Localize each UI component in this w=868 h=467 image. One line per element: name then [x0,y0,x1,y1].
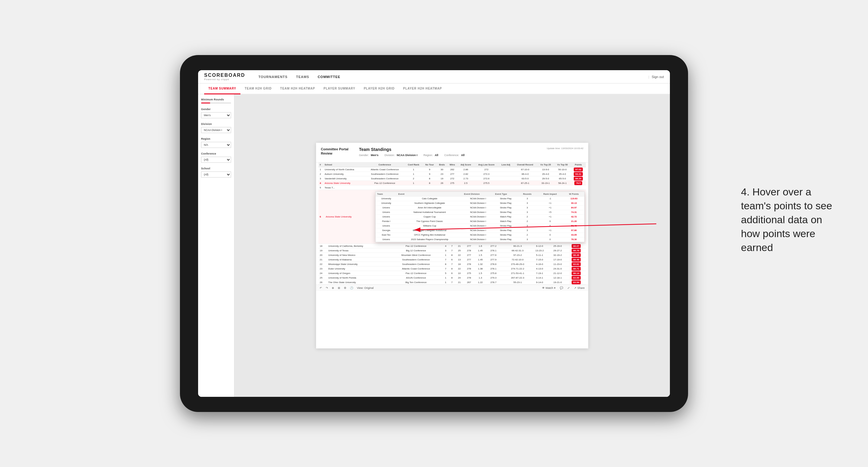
col-bnds: Bnds [437,162,447,167]
nav-right: | Sign out [648,75,664,79]
filter-conference: Conference (All) [201,152,231,163]
nav-committee[interactable]: COMMITTEE [313,70,344,84]
table-row[interactable]: 26 The Ohio State University Big Ten Con… [318,280,586,285]
division-filter-display: Division: NCAA Division I [384,154,417,157]
view-original-label: View: Original [357,286,373,289]
lower-table-body: 18 University of California, Berkeley Pa… [318,244,586,285]
portal-title-box: Committee Portal Review [321,147,354,159]
comment-button[interactable]: 💬 [560,286,563,289]
watch-button[interactable]: 👁 Watch ▾ [542,286,556,289]
filter-gender-label: Gender [201,108,231,111]
table-row[interactable]: 20 University of New Mexico Mountain Wes… [318,253,586,257]
col-overall: Overall Record [513,162,537,167]
col-school: School [323,162,365,167]
tab-player-summary[interactable]: PLAYER SUMMARY [319,84,360,94]
filter-gender-select[interactable]: Men's [201,112,231,118]
tab-team-h2h-heatmap[interactable]: TEAM H2H HEATMAP [276,84,319,94]
conference-filter-value: All [461,154,465,157]
conference-filter-label: Conference: [444,154,459,157]
filter-division: Division NCAA Division I [201,123,231,133]
col-low: Low Adj [499,162,513,167]
tab-team-summary[interactable]: TEAM SUMMARY [204,84,241,94]
tooltip-col-event: Event [397,192,462,196]
table-row[interactable]: 1 University of North Carolina Atlantic … [318,167,586,172]
col-tours: No Tour [423,162,437,167]
table-row[interactable]: 25 University of North Florida ASUN Conf… [318,276,586,280]
table-row[interactable]: 5 Texas T... [318,185,586,190]
tooltip-table: Team Event Event Division Event Type Rou… [376,192,584,242]
filter-division-select[interactable]: NCAA Division I [201,127,231,133]
filter-region-select[interactable]: N/A [201,142,231,148]
tooltip-body: University Cato Collegiate NCAA Division… [376,196,584,242]
tooltip-row: Univers 2023 Sahalee Players Championshi… [376,237,584,242]
tooltip-header-row: Team Event Event Division Event Type Rou… [376,192,584,196]
table-row[interactable]: 22 Mississippi State University Southeas… [318,262,586,267]
logo-area: SCOREBOARD Powered by clippd [204,72,245,81]
tab-player-h2h-heatmap[interactable]: PLAYER H2H HEATMAP [399,84,446,94]
tooltip-row: East Tec OFCC Fighting Illini Invitation… [376,232,584,237]
share-button[interactable]: ↗ Share [574,286,585,289]
table-body: 1 University of North Carolina Atlantic … [318,167,586,190]
filter-conference-select[interactable]: (All) [201,157,231,163]
doc-header: Committee Portal Review Team Standings G… [316,143,588,162]
main-content: Minimum Rounds Gender Men's Division [198,94,670,397]
tooltip-row: Univers Williams Cup NCAA Division I Str… [376,223,584,228]
tooltip-trigger-row: 6 Arizona State University [318,190,586,244]
expand-button[interactable]: ⤢ [567,286,570,289]
doc-toolbar: ↶ ↷ ⊕ ⊞ ⚙ 🕐 View: Original 👁 Wat [316,285,588,291]
table-row[interactable]: 23 Duke University Atlantic Coast Confer… [318,267,586,271]
page-button[interactable]: ⊞ [338,286,340,289]
region-filter-value: All [435,154,438,157]
tooltip-col-team: Team [376,192,397,196]
undo-button[interactable]: ↶ [320,286,322,289]
table-row[interactable]: 3 Vanderbilt University Southeastern Con… [318,176,586,181]
nav-tournaments[interactable]: TOURNAMENTS [254,70,292,84]
col-avg: Avg Low Score [474,162,498,167]
gender-filter-label: Gender: [359,154,369,157]
tooltip-col-rounds: Rounds [518,192,537,196]
col-vs25: Vs Top 25 [537,162,554,167]
zoom-button[interactable]: ⊕ [332,286,334,289]
settings-button[interactable]: ⚙ [344,286,346,289]
tab-player-h2h-grid[interactable]: PLAYER H2H GRID [360,84,399,94]
col-vs50: Vs Top 50 [554,162,571,167]
app-logo-sub: Powered by clippd [204,78,245,81]
table-row[interactable]: 2 Auburn University Southeastern Confere… [318,172,586,176]
view-original-button[interactable]: View: Original [357,286,373,289]
clock-button[interactable]: 🕐 [350,286,353,289]
tab-team-h2h-grid[interactable]: TEAM H2H GRID [241,84,276,94]
standings-section: Team Standings Gender: Men's Division: N… [359,147,542,159]
table-container: # School Conference Conf Rank No Tour Bn… [316,162,588,285]
doc-page: Committee Portal Review Team Standings G… [316,143,588,348]
table-row[interactable]: 18 University of California, Berkeley Pa… [318,244,586,248]
arizona-state-row[interactable]: 6 Arizona State University [318,190,586,244]
division-filter-label: Division: [384,154,395,157]
filter-min-rounds: Minimum Rounds [201,98,231,103]
col-conference: Conference [365,162,405,167]
table-row[interactable]: 19 University of Texas Big 12 Conference… [318,248,586,253]
redo-button[interactable]: ↷ [326,286,328,289]
standings-filters: Gender: Men's Division: NCAA Division I … [359,154,542,157]
table-row[interactable]: 21 University of Alabama Southeastern Co… [318,257,586,262]
table-row[interactable]: 24 University of Oregon Pac-12 Conferenc… [318,271,586,276]
watch-label: Watch [546,286,553,289]
lower-standings-table: 18 University of California, Berkeley Pa… [318,244,586,285]
nav-teams[interactable]: TEAMS [292,70,314,84]
range-input-min-rounds[interactable] [201,102,231,103]
toolbar-right: 👁 Watch ▾ 💬 ⤢ ↗ Share [542,286,585,289]
sign-out-link[interactable]: Sign out [652,75,664,79]
col-wins: Wins [447,162,458,167]
filter-school: School (All) [201,167,231,178]
filter-region-label: Region [201,137,231,141]
division-filter-value: NCAA Division I [397,154,417,157]
filter-school-select[interactable]: (All) [201,172,231,178]
main-navigation: TOURNAMENTS TEAMS COMMITTEE [254,70,345,84]
tooltip-row: University Cato Collegiate NCAA Division… [376,196,584,201]
annotation-text: 4. Hover over a team's points to see add… [741,185,844,254]
filter-region: Region N/A [201,137,231,148]
region-filter-label: Region: [424,154,433,157]
tooltip-col-type: Event Type [494,192,518,196]
filter-conference-label: Conference [201,152,231,155]
table-row[interactable]: 4 Arizona State University Pac-12 Confer… [318,181,586,185]
filter-division-label: Division [201,123,231,126]
